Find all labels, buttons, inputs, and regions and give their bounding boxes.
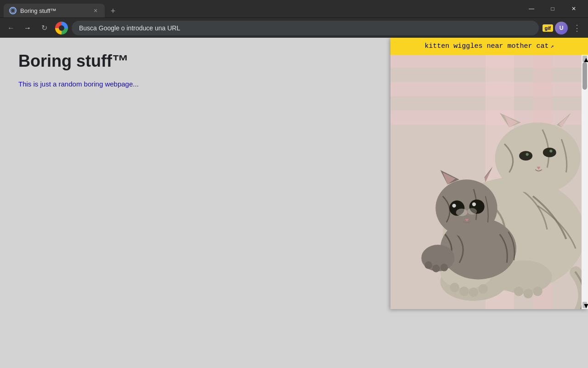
reload-button[interactable]: ↻ (37, 21, 51, 35)
active-tab[interactable]: Boring stuff™ × (4, 4, 105, 17)
maximize-button[interactable]: □ (542, 0, 563, 17)
scroll-down-arrow[interactable]: ▼ (582, 302, 587, 308)
popup-external-link[interactable]: ↗ (550, 43, 554, 50)
cat-gif-image (390, 55, 588, 309)
back-button[interactable]: ← (4, 21, 18, 35)
window-controls: — □ ✕ (521, 0, 584, 17)
tab-strip: Boring stuff™ × + (4, 0, 517, 17)
svg-point-40 (424, 261, 432, 269)
svg-point-22 (478, 284, 488, 294)
svg-point-37 (456, 208, 468, 216)
forward-button[interactable]: → (20, 21, 35, 35)
scrollbar-thumb[interactable] (582, 62, 587, 90)
svg-point-15 (526, 153, 529, 155)
gif-popup-panel: kitten wiggles near mother cat ↗ (390, 38, 588, 309)
address-bar[interactable]: Busca Google o introduce una URL (72, 21, 539, 35)
close-window-button[interactable]: ✕ (563, 0, 584, 17)
tab-close-button[interactable]: × (92, 7, 99, 14)
svg-point-16 (549, 150, 552, 152)
svg-point-14 (543, 148, 556, 157)
svg-point-20 (459, 287, 469, 296)
title-bar: Boring stuff™ × + — □ ✕ (0, 0, 588, 17)
svg-point-26 (533, 287, 543, 296)
svg-point-42 (441, 264, 448, 271)
svg-point-36 (472, 202, 476, 206)
svg-point-38 (467, 208, 477, 214)
svg-point-25 (523, 289, 533, 299)
svg-point-41 (432, 264, 440, 272)
gif-extension-badge[interactable]: gif (543, 24, 553, 32)
svg-point-35 (452, 204, 456, 207)
popup-header[interactable]: kitten wiggles near mother cat ↗ (390, 38, 588, 55)
tab-title: Boring stuff™ (20, 7, 88, 14)
svg-point-13 (519, 151, 532, 161)
minimize-button[interactable]: — (521, 0, 542, 17)
user-avatar[interactable]: U (555, 22, 568, 34)
google-logo-icon (55, 22, 68, 34)
page-content: Boring stuff™ This is just a random bori… (0, 38, 588, 368)
new-tab-button[interactable]: + (107, 5, 119, 17)
chrome-menu-button[interactable]: ⋮ (570, 21, 584, 35)
scroll-up-arrow[interactable]: ▲ (582, 56, 587, 62)
scrollbar-track (582, 62, 587, 302)
svg-point-24 (514, 287, 524, 296)
toolbar-right: gif U ⋮ (543, 21, 584, 35)
popup-image-area: ▲ ▼ (390, 55, 588, 309)
popup-header-text: kitten wiggles near mother cat (424, 42, 548, 50)
address-text: Busca Google o introduce una URL (79, 24, 180, 32)
svg-point-19 (450, 283, 459, 293)
svg-point-8 (495, 122, 580, 194)
svg-point-21 (469, 288, 479, 297)
tab-favicon (9, 7, 17, 14)
toolbar: ← → ↻ Busca Google o introduce una URL g… (0, 17, 588, 38)
popup-scrollbar[interactable]: ▲ ▼ (582, 55, 588, 309)
